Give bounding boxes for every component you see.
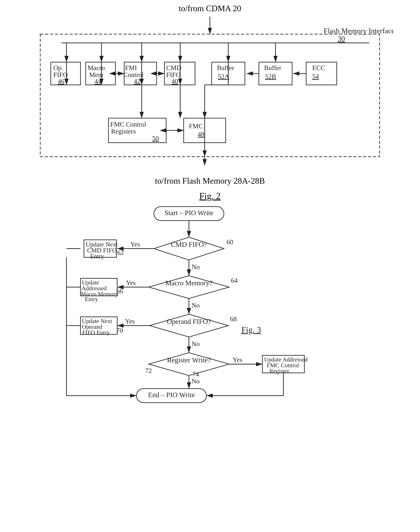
svg-text:62: 62 bbox=[117, 249, 124, 256]
svg-text:Yes: Yes bbox=[130, 240, 140, 248]
svg-text:52A: 52A bbox=[218, 73, 229, 80]
svg-text:No: No bbox=[192, 263, 200, 270]
svg-text:70: 70 bbox=[116, 327, 123, 334]
svg-text:No: No bbox=[192, 302, 200, 309]
svg-text:30: 30 bbox=[338, 35, 345, 43]
svg-text:Operand: Operand bbox=[82, 324, 102, 330]
svg-text:Control: Control bbox=[123, 71, 144, 78]
svg-text:48: 48 bbox=[198, 131, 204, 138]
svg-rect-0 bbox=[40, 34, 380, 157]
svg-text:60: 60 bbox=[226, 238, 233, 246]
svg-text:Operand FIFO?: Operand FIFO? bbox=[167, 318, 211, 326]
flash-memory-label: to/from Flash Memory 28A-28B bbox=[17, 176, 402, 186]
fig2-title: Fig. 2 bbox=[17, 191, 402, 201]
svg-text:54: 54 bbox=[312, 73, 319, 80]
svg-text:Entry: Entry bbox=[90, 253, 104, 260]
svg-text:Yes: Yes bbox=[126, 279, 135, 286]
svg-text:Addressed: Addressed bbox=[81, 285, 107, 292]
svg-text:52B: 52B bbox=[265, 73, 276, 80]
figure-3-area: Start – PIO Write CMD FIFO? 60 Yes Updat… bbox=[17, 203, 402, 522]
svg-text:72: 72 bbox=[145, 367, 152, 374]
fig3-diagram: Start – PIO Write CMD FIFO? 60 Yes Updat… bbox=[26, 203, 394, 522]
svg-text:Yes: Yes bbox=[125, 318, 135, 325]
interface-label: Flash Memory Interface bbox=[324, 27, 394, 35]
svg-text:End – PIO Write: End – PIO Write bbox=[148, 391, 195, 399]
svg-text:CMD FIFO?: CMD FIFO? bbox=[171, 240, 207, 249]
svg-text:FIFO: FIFO bbox=[166, 71, 180, 78]
svg-text:40: 40 bbox=[171, 78, 178, 85]
svg-text:FIFO: FIFO bbox=[53, 71, 68, 78]
fig2-diagram: Flash Memory Interface 30 Op. F bbox=[26, 17, 394, 183]
svg-text:FIFO Entry: FIFO Entry bbox=[82, 329, 110, 336]
svg-text:FMC: FMC bbox=[189, 122, 203, 130]
svg-text:Update Next: Update Next bbox=[82, 318, 112, 324]
svg-text:64: 64 bbox=[231, 277, 238, 284]
cdma-label: to/from CDMA 20 bbox=[17, 3, 402, 13]
svg-text:66: 66 bbox=[116, 287, 123, 295]
svg-text:FMC Control: FMC Control bbox=[267, 362, 299, 369]
svg-text:68: 68 bbox=[230, 315, 237, 323]
svg-text:Mem: Mem bbox=[89, 71, 103, 78]
svg-text:Buffer: Buffer bbox=[217, 64, 234, 71]
svg-text:Update: Update bbox=[82, 279, 99, 286]
svg-text:Registers: Registers bbox=[111, 128, 136, 135]
svg-text:46: 46 bbox=[58, 78, 64, 85]
svg-text:No: No bbox=[192, 340, 200, 347]
page: to/from CDMA 20 Flash Memory Interface 3… bbox=[0, 0, 420, 532]
svg-text:Fig. 3: Fig. 3 bbox=[241, 325, 261, 334]
svg-text:Register: Register bbox=[270, 368, 289, 374]
svg-text:CMD: CMD bbox=[166, 64, 181, 71]
svg-text:No: No bbox=[192, 377, 200, 385]
svg-text:FMC Control: FMC Control bbox=[110, 121, 146, 128]
svg-text:44: 44 bbox=[94, 78, 101, 85]
svg-text:Macro: Macro bbox=[88, 64, 105, 71]
svg-text:42: 42 bbox=[134, 78, 140, 85]
figure-2-area: to/from CDMA 20 Flash Memory Interface 3… bbox=[17, 3, 402, 201]
svg-text:Yes: Yes bbox=[233, 356, 242, 363]
svg-text:Update Addressed: Update Addressed bbox=[264, 356, 308, 363]
svg-text:FMI: FMI bbox=[125, 64, 137, 71]
svg-text:Op.: Op. bbox=[53, 64, 63, 71]
svg-text:Start – PIO Write: Start – PIO Write bbox=[165, 209, 213, 217]
svg-text:50: 50 bbox=[152, 135, 159, 142]
svg-text:Register Write?: Register Write? bbox=[167, 356, 211, 364]
svg-text:74: 74 bbox=[193, 370, 199, 378]
svg-text:Entry: Entry bbox=[85, 296, 98, 302]
svg-text:Buffer: Buffer bbox=[264, 64, 282, 71]
svg-text:Macro Memory?: Macro Memory? bbox=[165, 279, 212, 287]
svg-text:ECC: ECC bbox=[312, 64, 325, 71]
